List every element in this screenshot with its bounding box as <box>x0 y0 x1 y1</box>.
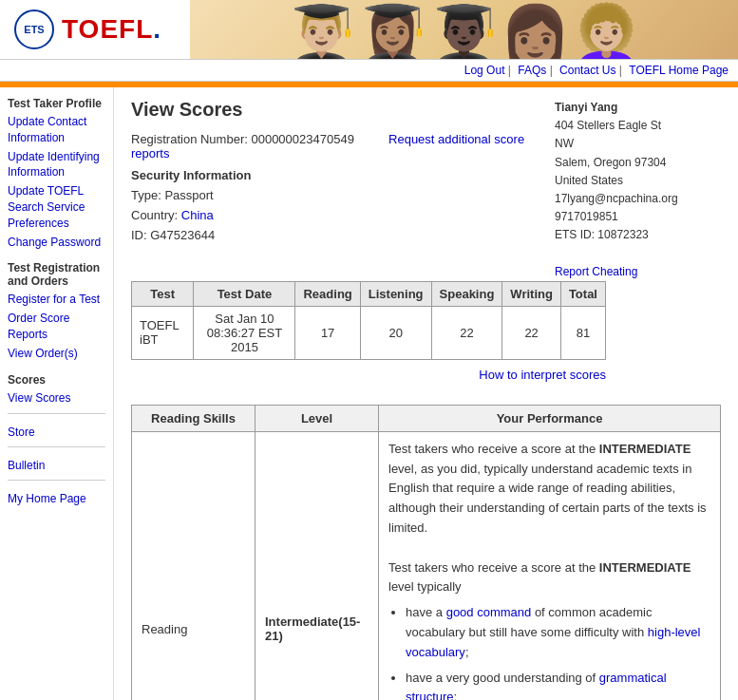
col-header-writing: Writing <box>502 281 561 306</box>
score-speaking: 22 <box>431 306 502 359</box>
top-navigation: Log Out | FAQs | Contact Us | TOEFL Home… <box>0 60 738 82</box>
col-header-test: Test <box>132 281 194 306</box>
sidebar-section-bulletin[interactable]: Bulletin <box>8 459 105 472</box>
user-country: United States <box>555 172 721 190</box>
col-header-reading: Reading <box>295 281 360 306</box>
col-header-total: Total <box>560 281 605 306</box>
skills-col-level: Level <box>255 405 379 431</box>
toefl-logo-text: TOEFL. <box>62 14 161 45</box>
bullet-link-2[interactable]: high-level vocabulary <box>406 625 700 659</box>
user-email: 17lyang@ncpachina.org <box>555 190 721 208</box>
main-content: Tianyi Yang 404 Stellers Eagle St NW Sal… <box>114 87 738 700</box>
score-writing: 22 <box>502 306 561 359</box>
sidebar-section-registration: Test Registration and Orders <box>8 261 105 288</box>
sidebar-order-reports[interactable]: Order Score Reports <box>8 311 105 343</box>
report-cheating-link[interactable]: Report Cheating <box>555 265 637 278</box>
col-header-date: Test Date <box>194 281 295 306</box>
user-city-state: Salem, Oregon 97304 <box>555 154 721 172</box>
sidebar-divider-2 <box>8 446 105 447</box>
sidebar-update-contact[interactable]: Update Contact Information <box>8 114 105 146</box>
sidebar-section-scores: Scores <box>8 373 105 387</box>
score-total: 81 <box>560 306 605 359</box>
user-address-2: NW <box>555 135 721 153</box>
table-row: TOEFL iBT Sat Jan 10 08:36:27 EST 2015 1… <box>132 306 606 359</box>
faqs-link[interactable]: FAQs <box>518 64 546 77</box>
contact-us-link[interactable]: Contact Us <box>559 64 615 77</box>
score-reading: 17 <box>295 306 360 359</box>
score-test-name: TOEFL iBT <box>132 306 194 359</box>
col-header-speaking: Speaking <box>431 281 502 306</box>
bullet-1: have a good command of common academic v… <box>406 603 710 662</box>
banner-image: 👨🏼‍🎓👩🏽‍🎓👨🏿‍🎓👩🏽👩🏼‍🦱 <box>190 0 738 59</box>
col-header-listening: Listening <box>360 281 431 306</box>
user-ets-id: ETS ID: 10872323 <box>555 226 721 244</box>
skills-col-performance: Your Performance <box>379 405 721 431</box>
bullet-link-3[interactable]: grammatical structure <box>406 671 667 700</box>
main-layout: Test Taker Profile Update Contact Inform… <box>0 87 738 700</box>
score-listening: 20 <box>360 306 431 359</box>
logout-link[interactable]: Log Out <box>464 64 505 77</box>
skills-col-skill: Reading Skills <box>132 405 255 431</box>
interpret-scores-link[interactable]: How to interpret scores <box>479 368 606 382</box>
sidebar-update-identifying[interactable]: Update Identifying Information <box>8 149 105 181</box>
bullet-2: have a very good understanding of gramma… <box>406 669 710 700</box>
sidebar-my-home-page[interactable]: My Home Page <box>8 492 105 505</box>
performance-bullets: have a good command of common academic v… <box>406 603 710 700</box>
sidebar-update-search[interactable]: Update TOEFL Search Service Preferences <box>8 183 105 231</box>
banner-people: 👨🏼‍🎓👩🏽‍🎓👨🏿‍🎓👩🏽👩🏼‍🦱 <box>286 7 642 59</box>
header: ETS TOEFL. 👨🏼‍🎓👩🏽‍🎓👨🏿‍🎓👩🏽👩🏼‍🦱 <box>0 0 738 60</box>
logo-area: ETS TOEFL. <box>0 0 190 59</box>
skill-name-reading: Reading <box>132 431 255 700</box>
country-link[interactable]: China <box>181 208 214 222</box>
sidebar-section-profile: Test Taker Profile <box>8 97 105 110</box>
sidebar-divider-3 <box>8 480 105 481</box>
score-test-date: Sat Jan 10 08:36:27 EST 2015 <box>194 306 295 359</box>
sidebar: Test Taker Profile Update Contact Inform… <box>0 87 114 700</box>
ets-logo: ETS <box>14 9 54 49</box>
user-name: Tianyi Yang <box>555 99 721 117</box>
skills-table-row: Reading Intermediate(15-21) Test takers … <box>132 431 721 700</box>
toefl-home-link[interactable]: TOEFL Home Page <box>629 64 729 77</box>
scores-table: Test Test Date Reading Listening Speakin… <box>131 281 606 360</box>
user-info-box: Tianyi Yang 404 Stellers Eagle St NW Sal… <box>545 99 721 281</box>
skill-level: Intermediate(15-21) <box>255 431 379 700</box>
sidebar-section-store[interactable]: Store <box>8 426 105 439</box>
skill-performance: Test takers who receive a score at the I… <box>379 431 721 700</box>
sidebar-view-scores[interactable]: View Scores <box>8 390 105 407</box>
sidebar-view-orders[interactable]: View Order(s) <box>8 346 105 362</box>
sidebar-divider-1 <box>8 413 105 414</box>
interpret-row: How to interpret scores <box>131 368 606 382</box>
user-phone: 9717019851 <box>555 208 721 226</box>
bullet-link-1[interactable]: good command <box>446 605 532 619</box>
sidebar-change-password[interactable]: Change Password <box>8 235 105 251</box>
performance-text-1: Test takers who receive a score at the I… <box>388 440 710 700</box>
user-address-1: 404 Stellers Eagle St <box>555 117 721 135</box>
skills-table: Reading Skills Level Your Performance Re… <box>131 405 721 700</box>
sidebar-register-test[interactable]: Register for a Test <box>8 292 105 308</box>
